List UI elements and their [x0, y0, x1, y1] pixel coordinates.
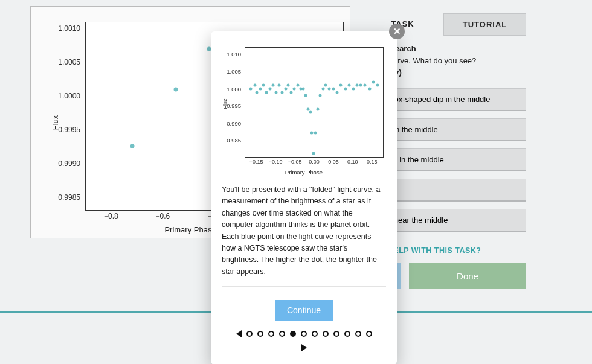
data-point — [359, 84, 362, 87]
bg-x-tick: −0.6 — [156, 212, 170, 220]
data-point — [344, 87, 347, 90]
data-point — [376, 84, 379, 87]
pager-dots-row — [236, 330, 372, 337]
data-point — [302, 87, 305, 90]
data-point — [317, 107, 320, 110]
data-point — [259, 87, 262, 90]
data-point — [269, 87, 272, 90]
modal-x-tick: −0.10 — [269, 159, 283, 165]
data-point — [293, 87, 296, 90]
bg-x-tick: −0.8 — [104, 212, 118, 220]
modal-y-tick: 0.985 — [227, 137, 241, 144]
data-point — [281, 91, 284, 94]
continue-button[interactable]: Continue — [275, 300, 333, 321]
modal-x-ticks: −0.15−0.10−0.050.000.050.100.15 — [245, 159, 384, 167]
tutorial-modal: ✕ 0.9850.9900.9951.0001.0051.010 −0.15−0… — [211, 31, 397, 364]
data-point — [306, 107, 309, 110]
data-point — [286, 84, 289, 87]
data-point — [355, 84, 358, 87]
tutorial-body-text: You'll be presented with a "folded" ligh… — [222, 184, 386, 287]
data-point — [312, 152, 315, 155]
modal-y-tick: 0.995 — [227, 103, 241, 109]
bg-y-tick: 1.0010 — [58, 24, 80, 33]
pager-dot-8[interactable] — [323, 331, 329, 337]
modal-y-tick: 1.010 — [227, 51, 241, 57]
modal-y-tick: 1.000 — [227, 85, 241, 92]
close-icon: ✕ — [393, 26, 401, 36]
pager-dot-10[interactable] — [344, 331, 350, 337]
data-point — [253, 84, 256, 87]
data-point — [372, 80, 375, 83]
data-point — [332, 87, 335, 90]
pager-dot-5[interactable] — [290, 331, 296, 337]
pager-dot-1[interactable] — [246, 331, 253, 337]
modal-x-tick: 0.10 — [347, 159, 358, 165]
data-point — [274, 91, 277, 94]
pager-dot-2[interactable] — [257, 331, 263, 337]
modal-y-tick: 1.005 — [227, 68, 241, 75]
pager-dot-12[interactable] — [366, 331, 372, 337]
data-point — [335, 91, 338, 94]
data-point — [319, 94, 322, 97]
modal-xlabel: Primary Phase — [285, 169, 323, 176]
data-point — [289, 91, 292, 94]
bg-y-tick: 0.9990 — [58, 159, 80, 168]
modal-y-tick: 0.990 — [227, 120, 241, 126]
data-point — [249, 87, 253, 90]
modal-x-tick: −0.15 — [249, 159, 263, 165]
modal-x-tick: 0.00 — [309, 159, 320, 165]
data-point — [324, 84, 327, 87]
modal-plot-area — [245, 47, 384, 158]
data-point — [277, 84, 280, 87]
data-point — [364, 84, 367, 87]
bg-ylabel: Flux — [51, 115, 60, 130]
modal-x-tick: 0.05 — [328, 159, 339, 165]
pager-next-icon[interactable] — [301, 344, 307, 351]
bg-xlabel: Primary Phase — [164, 225, 216, 234]
data-point — [348, 84, 351, 87]
modal-x-tick: 0.15 — [367, 159, 378, 165]
data-point — [309, 111, 312, 114]
pager-prev-icon[interactable] — [236, 330, 242, 337]
data-point — [352, 87, 355, 90]
bg-y-tick: 1.0005 — [58, 58, 80, 66]
pager-dot-4[interactable] — [279, 331, 285, 337]
data-point — [314, 132, 317, 135]
data-point — [262, 84, 265, 87]
done-button[interactable]: Done — [409, 263, 526, 289]
modal-x-tick: −0.05 — [288, 159, 302, 165]
tab-tutorial[interactable]: TUTORIAL — [443, 13, 526, 36]
pager-dot-7[interactable] — [312, 331, 318, 337]
data-point — [296, 84, 299, 87]
data-point — [304, 94, 307, 97]
data-point — [310, 132, 314, 135]
pager-dot-11[interactable] — [355, 331, 361, 337]
modal-ylabel: Flux — [222, 98, 228, 109]
modal-light-curve-chart: 0.9850.9900.9951.0001.0051.010 −0.15−0.1… — [222, 40, 386, 176]
data-point — [130, 144, 134, 148]
tutorial-pager — [222, 329, 386, 354]
bg-y-tick: 1.0000 — [58, 92, 80, 100]
bg-y-tick: 0.9985 — [58, 193, 80, 202]
bg-y-tick: 0.9995 — [58, 126, 80, 134]
pager-dot-3[interactable] — [268, 331, 274, 337]
pager-dot-9[interactable] — [333, 331, 339, 337]
pager-dot-6[interactable] — [301, 331, 307, 337]
data-point — [328, 87, 331, 90]
data-point — [321, 87, 324, 90]
data-point — [255, 91, 258, 94]
close-button[interactable]: ✕ — [389, 24, 405, 39]
data-point — [284, 87, 287, 90]
data-point — [174, 88, 178, 92]
data-point — [271, 84, 274, 87]
data-point — [368, 87, 371, 90]
data-point — [339, 84, 343, 87]
data-point — [265, 91, 268, 94]
